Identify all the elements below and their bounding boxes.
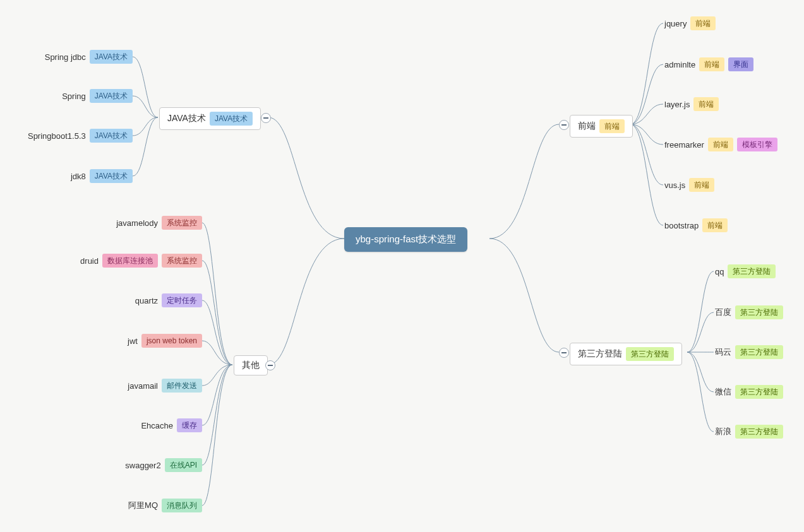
leaf-label: freemarker <box>664 140 704 150</box>
root-node[interactable]: ybg-spring-fast技术选型 <box>344 227 467 252</box>
leaf-front-0[interactable]: jquery 前端 <box>664 16 716 30</box>
leaf-tag: 前端 <box>689 178 714 192</box>
leaf-label: layer.js <box>664 100 690 109</box>
leaf-other-3[interactable]: jwt json web token <box>128 334 202 348</box>
leaf-label: 微信 <box>715 386 731 398</box>
branch-oauth[interactable]: 第三方登陆 第三方登陆 <box>570 343 682 365</box>
collapse-toggle[interactable] <box>261 113 271 123</box>
leaf-label: Spring jdbc <box>45 52 86 62</box>
leaf-tag: JAVA技术 <box>90 169 133 183</box>
leaf-other-1[interactable]: druid 数据库连接池 系统监控 <box>80 254 202 268</box>
leaf-tag: 系统监控 <box>162 254 202 268</box>
branch-oauth-tag: 第三方登陆 <box>626 347 674 361</box>
leaf-label: Spring <box>62 92 86 101</box>
leaf-tag: 第三方登陆 <box>735 425 783 439</box>
leaf-oauth-0[interactable]: qq 第三方登陆 <box>715 264 776 278</box>
leaf-front-5[interactable]: bootstrap 前端 <box>664 218 728 232</box>
leaf-tag: 前端 <box>708 138 733 151</box>
leaf-tag: 前端 <box>693 97 719 111</box>
leaf-label: swagger2 <box>125 461 160 470</box>
leaf-tag: 缓存 <box>177 418 202 432</box>
leaf-tag: 前端 <box>690 16 716 30</box>
leaf-label: jdk8 <box>71 172 86 181</box>
leaf-tag: 定时任务 <box>162 293 202 307</box>
leaf-other-5[interactable]: Ehcache 缓存 <box>141 418 202 432</box>
leaf-tag: 系统监控 <box>162 216 202 230</box>
root-label: ybg-spring-fast技术选型 <box>356 233 456 244</box>
leaf-tag: 模板引擎 <box>737 138 777 151</box>
branch-oauth-label: 第三方登陆 <box>578 348 622 360</box>
leaf-label: 阿里MQ <box>128 500 158 511</box>
leaf-label: adminlte <box>664 60 695 69</box>
collapse-toggle[interactable] <box>559 348 569 358</box>
leaf-oauth-3[interactable]: 微信 第三方登陆 <box>715 385 783 399</box>
leaf-tag: 第三方登陆 <box>728 264 776 278</box>
leaf-tag: 邮件发送 <box>162 379 202 393</box>
leaf-tag: 前端 <box>699 57 724 71</box>
leaf-tag: JAVA技术 <box>90 50 133 64</box>
leaf-label: 新浪 <box>715 426 731 437</box>
leaf-tag: 第三方登陆 <box>735 385 783 399</box>
leaf-front-2[interactable]: layer.js 前端 <box>664 97 719 111</box>
leaf-oauth-4[interactable]: 新浪 第三方登陆 <box>715 425 783 439</box>
leaf-label: 码云 <box>715 346 731 358</box>
collapse-toggle[interactable] <box>559 120 569 130</box>
leaf-tag: 数据库连接池 <box>102 254 158 268</box>
leaf-other-2[interactable]: quartz 定时任务 <box>135 293 202 307</box>
branch-java-label: JAVA技术 <box>167 113 206 124</box>
branch-other[interactable]: 其他 <box>234 355 268 375</box>
leaf-label: jwt <box>128 336 138 346</box>
leaf-tag: 消息队列 <box>162 499 202 512</box>
leaf-oauth-1[interactable]: 百度 第三方登陆 <box>715 305 783 319</box>
leaf-tag: JAVA技术 <box>90 129 133 143</box>
leaf-java-0[interactable]: Spring jdbc JAVA技术 <box>45 50 133 64</box>
leaf-label: bootstrap <box>664 221 699 230</box>
branch-java-tag: JAVA技术 <box>210 112 253 126</box>
leaf-tag: 在线API <box>165 458 202 472</box>
leaf-front-3[interactable]: freemarker 前端 模板引擎 <box>664 138 777 151</box>
leaf-label: javamail <box>128 381 158 391</box>
leaf-other-7[interactable]: 阿里MQ 消息队列 <box>128 499 202 512</box>
leaf-tag: JAVA技术 <box>90 89 133 103</box>
leaf-label: Springboot1.5.3 <box>28 131 86 141</box>
leaf-tag: 前端 <box>702 218 728 232</box>
leaf-java-3[interactable]: jdk8 JAVA技术 <box>71 169 133 183</box>
branch-front[interactable]: 前端 前端 <box>570 115 633 138</box>
branch-java[interactable]: JAVA技术 JAVA技术 <box>159 107 261 130</box>
leaf-other-4[interactable]: javamail 邮件发送 <box>128 379 202 393</box>
leaf-label: druid <box>80 256 99 266</box>
leaf-tag: 界面 <box>728 57 753 71</box>
leaf-java-2[interactable]: Springboot1.5.3 JAVA技术 <box>28 129 133 143</box>
leaf-label: vus.js <box>664 180 685 190</box>
collapse-toggle[interactable] <box>265 360 275 370</box>
leaf-tag: json web token <box>141 334 202 348</box>
leaf-other-0[interactable]: javamelody 系统监控 <box>116 216 202 230</box>
leaf-oauth-2[interactable]: 码云 第三方登陆 <box>715 345 783 359</box>
leaf-tag: 第三方登陆 <box>735 345 783 359</box>
leaf-front-1[interactable]: adminlte 前端 界面 <box>664 57 753 71</box>
leaf-label: qq <box>715 267 724 276</box>
leaf-front-4[interactable]: vus.js 前端 <box>664 178 714 192</box>
mindmap-canvas: { "root": { "label": "ybg-spring-fast技术选… <box>0 0 804 532</box>
leaf-tag: 第三方登陆 <box>735 305 783 319</box>
branch-front-label: 前端 <box>578 121 596 132</box>
leaf-label: javamelody <box>116 218 158 228</box>
leaf-label: quartz <box>135 296 158 305</box>
leaf-label: 百度 <box>715 307 731 318</box>
leaf-java-1[interactable]: Spring JAVA技术 <box>62 89 133 103</box>
branch-front-tag: 前端 <box>599 119 625 133</box>
leaf-other-6[interactable]: swagger2 在线API <box>125 458 202 472</box>
leaf-label: Ehcache <box>141 421 173 430</box>
leaf-label: jquery <box>664 19 687 28</box>
branch-other-label: 其他 <box>242 360 260 371</box>
